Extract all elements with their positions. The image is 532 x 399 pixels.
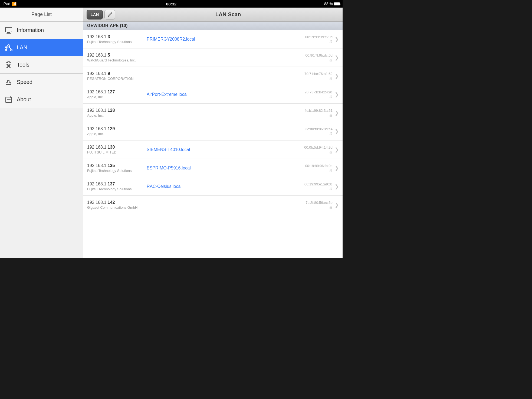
device-mac: 4c:b1:99:82:3a:61 [304,109,333,113]
device-mac: 00:19:99:9d:f6:0d [305,35,333,39]
device-mac: 00:0b:5d:94:14:9d [304,145,333,149]
table-row[interactable]: 192.168.1.3 Fujitsu Technology Solutions… [83,30,343,48]
svg-point-5 [11,49,12,51]
device-ip-block: 192.168.1.127 Apple, Inc. [87,90,147,99]
sidebar-item-tools[interactable]: Tools [0,56,83,74]
device-mac: 7c:2f:80:56:ec:6e [306,201,333,205]
device-vendor: Fujitsu Technology Solutions [87,40,147,44]
device-hostname: SIEMENS-T4010.local [147,147,284,152]
device-mac-block: 3c:d0:f8:86:8d:a4 🖨 [284,127,333,136]
device-mac-block: 00:0b:5d:94:14:9d 🖨 [284,145,333,154]
sidebar-item-information[interactable]: Information [0,22,83,39]
chevron-right-icon: ❯ [335,147,339,153]
svg-rect-10 [8,64,10,66]
device-mac: 00:19:99:06:fb:0e [305,164,333,168]
monitor-icon [4,26,13,35]
device-mac-block: 70:73:cb:b4:24:9c 🖨 [284,90,333,99]
device-vendor: Apple, Inc. [87,113,147,117]
device-mac: 70:73:cb:b4:24:9c [305,90,333,94]
device-hostname: RAC-Celsius.local [147,184,284,189]
sidebar-title: Page List [31,12,52,17]
svg-point-4 [5,49,7,51]
chevron-right-icon: ❯ [335,73,339,79]
svg-line-6 [6,47,9,49]
battery-percent: 88 % [324,2,333,6]
device-ip-block: 192.168.1.128 Apple, Inc. [87,108,147,117]
sidebar-item-speed[interactable]: Speed [0,74,83,91]
nav-title: LAN Scan [117,11,339,18]
device-ip: 192.168.1.5 [87,53,147,58]
sidebar-header: Page List [0,8,83,22]
device-mac-block: 4c:b1:99:82:3a:61 🖨 [284,109,333,117]
device-mac-block: 00:90:7f:9b:dc:0d 🖨 [284,53,333,62]
speed-icon [4,78,13,87]
table-row[interactable]: 192.168.1.137 Fujitsu Technology Solutio… [83,177,343,196]
device-mac: 3c:d0:f8:86:8d:a4 [306,127,333,131]
section-header: GEWIDOR-APE (10) [83,22,343,30]
chevron-right-icon: ❯ [335,91,339,97]
device-ip: 192.168.1.9 [87,71,147,76]
chevron-right-icon: ❯ [335,165,339,171]
table-row[interactable]: 192.168.1.142 Gigaset Communications Gmb… [83,196,343,214]
table-row[interactable]: 192.168.1.5 WatchGuard Technologies, Inc… [83,48,343,67]
device-ip-block: 192.168.1.135 Fujitsu Technology Solutio… [87,163,147,173]
device-vendor: Gigaset Communications GmbH [87,205,147,210]
tools-icon [4,61,13,69]
svg-rect-0 [5,27,12,32]
table-row[interactable]: 192.168.1.129 Apple, Inc. 3c:d0:f8:86:8d… [83,122,343,140]
device-ip-block: 192.168.1.3 Fujitsu Technology Solutions [87,34,147,44]
lan-nav-button[interactable]: LAN [87,10,103,19]
device-list[interactable]: GEWIDOR-APE (10) 192.168.1.3 Fujitsu Tec… [83,22,343,258]
lan-icon [4,43,13,52]
device-vendor: Fujitsu Technology Solutions [87,169,147,173]
table-row[interactable]: 192.168.1.9 PEGATRON CORPORATION 70:71:b… [83,67,343,85]
device-hostname: AirPort-Extreme.local [147,92,284,97]
svg-rect-11 [8,67,10,68]
device-vendor: PEGATRON CORPORATION [87,77,147,81]
device-ip: 192.168.1.137 [87,182,147,187]
sidebar-item-tools-label: Tools [17,62,29,68]
table-row[interactable]: 192.168.1.127 Apple, Inc. AirPort-Extrem… [83,85,343,104]
main-content: LAN LAN Scan GEWIDOR-APE (10) 192.168.1.… [83,8,343,258]
printer-icon: 🖨 [329,187,333,191]
device-mac-block: 7c:2f:80:56:ec:6e 🖨 [284,201,333,209]
about-icon [4,95,13,104]
printer-icon: 🖨 [329,58,333,62]
edit-button[interactable] [104,10,115,19]
svg-point-8 [5,46,7,48]
device-ip: 192.168.1.127 [87,90,147,94]
device-ip: 192.168.1.128 [87,108,147,113]
printer-icon: 🖨 [329,76,333,80]
table-row[interactable]: 192.168.1.130 FUJITSU LIMITED SIEMENS-T4… [83,140,343,159]
device-vendor: Apple, Inc. [87,95,147,99]
device-ip-block: 192.168.1.137 Fujitsu Technology Solutio… [87,182,147,191]
device-mac-block: 00:19:99:06:fb:0e 🖨 [284,164,333,172]
sidebar-item-speed-label: Speed [17,79,32,85]
svg-point-3 [8,45,10,47]
svg-line-7 [9,47,11,49]
device-ip: 192.168.1.129 [87,126,147,131]
table-row[interactable]: 192.168.1.128 Apple, Inc. 4c:b1:99:82:3a… [83,104,343,122]
device-vendor: FUJITSU LIMITED [87,150,147,154]
svg-rect-19 [6,97,12,103]
device-ip-block: 192.168.1.9 PEGATRON CORPORATION [87,71,147,81]
sidebar: Page List Information [0,8,83,258]
sidebar-item-lan[interactable]: LAN [0,39,83,56]
device-vendor: Apple, Inc. [87,132,147,136]
device-mac: 00:19:99:e1:a9:3c [304,182,333,186]
app-container: Page List Information [0,8,343,258]
device-label: iPad [3,2,10,6]
chevron-right-icon: ❯ [335,202,339,208]
sidebar-item-about[interactable]: About [0,91,83,108]
status-bar: iPad 📶 08:32 88 % [0,0,343,8]
device-mac: 70:71:bc:76:a1:62 [304,72,333,76]
chevron-right-icon: ❯ [335,128,339,134]
table-row[interactable]: 192.168.1.135 Fujitsu Technology Solutio… [83,159,343,177]
battery-icon [334,2,340,5]
printer-icon: 🖨 [329,168,333,172]
device-mac-block: 00:19:99:e1:a9:3c 🖨 [284,182,333,191]
device-ip: 192.168.1.135 [87,163,147,168]
chevron-right-icon: ❯ [335,36,339,42]
status-left: iPad 📶 [3,2,17,6]
svg-rect-9 [8,62,10,63]
